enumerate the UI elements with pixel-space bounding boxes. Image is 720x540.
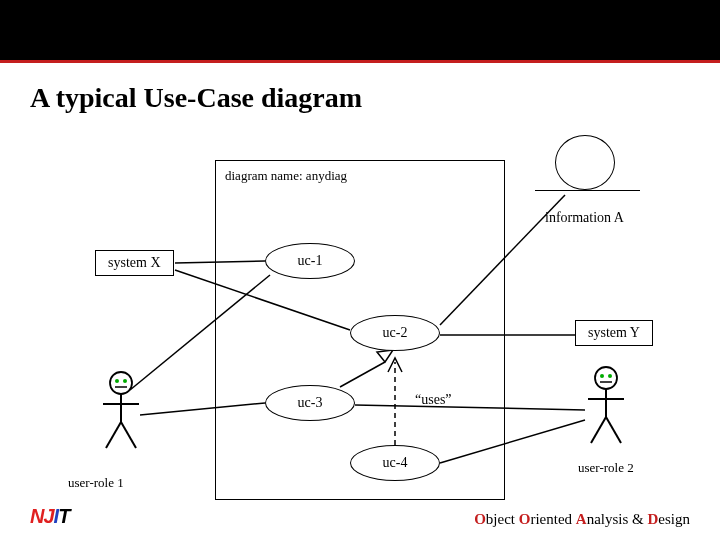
svg-point-11	[110, 372, 132, 394]
svg-line-26	[606, 417, 621, 443]
user-role-2-label: user-role 2	[578, 460, 634, 476]
actor-user-role-2	[585, 365, 627, 445]
information-a-underline	[535, 190, 640, 191]
diagram-area: diagram name: anydiag information A syst…	[30, 130, 690, 500]
actor-system-x: system X	[95, 250, 174, 276]
svg-line-18	[121, 422, 136, 448]
slide-title: A typical Use-Case diagram	[30, 82, 362, 114]
svg-point-13	[123, 379, 127, 383]
footer-tagline: Object Oriented Analysis & Design	[474, 511, 690, 528]
use-case-4: uc-4	[350, 445, 440, 481]
logo-n: N	[30, 505, 43, 528]
diagram-name-label: diagram name: anydiag	[225, 168, 347, 184]
njit-logo: N J I T	[30, 505, 69, 528]
user-role-1-label: user-role 1	[68, 475, 124, 491]
red-divider	[0, 60, 720, 63]
svg-line-25	[591, 417, 606, 443]
actor-user-role-1	[100, 370, 142, 450]
logo-t: T	[58, 505, 69, 528]
stick-figure-icon	[585, 365, 627, 445]
stick-figure-icon	[100, 370, 142, 450]
actor-system-y: system Y	[575, 320, 653, 346]
logo-j: J	[43, 505, 53, 528]
svg-point-20	[600, 374, 604, 378]
svg-line-17	[106, 422, 121, 448]
information-a-head	[555, 135, 615, 190]
use-case-1: uc-1	[265, 243, 355, 279]
information-a-label: information A	[545, 210, 624, 226]
top-black-bar	[0, 0, 720, 60]
svg-point-19	[595, 367, 617, 389]
uses-label: “uses”	[415, 392, 452, 408]
svg-point-21	[608, 374, 612, 378]
use-case-3: uc-3	[265, 385, 355, 421]
svg-point-12	[115, 379, 119, 383]
use-case-2: uc-2	[350, 315, 440, 351]
